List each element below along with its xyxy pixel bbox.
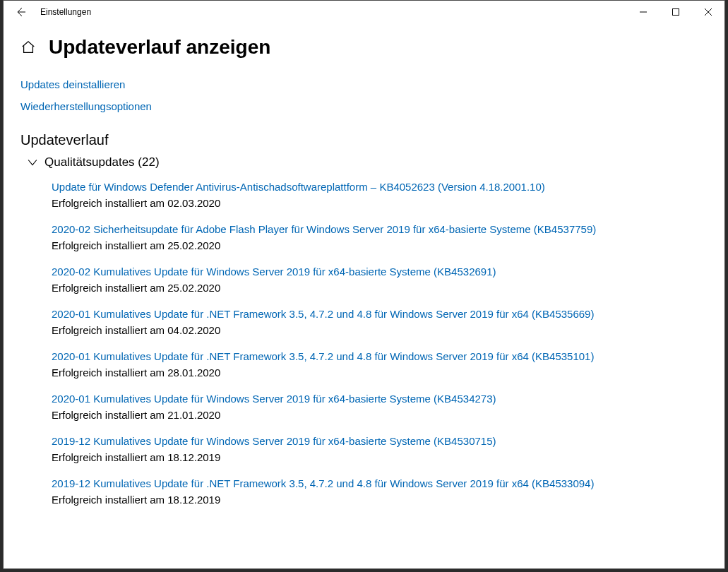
update-title-link[interactable]: 2020-02 Sicherheitsupdate für Adobe Flas… <box>52 223 708 235</box>
update-item: 2020-02 Sicherheitsupdate für Adobe Flas… <box>52 223 708 251</box>
svg-rect-0 <box>673 9 679 16</box>
update-title-link[interactable]: 2020-02 Kumulatives Update für Windows S… <box>52 266 708 278</box>
update-item: 2020-01 Kumulatives Update für Windows S… <box>52 393 708 421</box>
update-title-link[interactable]: 2020-01 Kumulatives Update für .NET Fram… <box>52 308 708 320</box>
update-title-link[interactable]: 2019-12 Kumulatives Update für Windows S… <box>52 435 708 447</box>
update-title-link[interactable]: Update für Windows Defender Antivirus-An… <box>52 181 708 193</box>
page-title: Updateverlauf anzeigen <box>49 36 270 59</box>
update-status: Erfolgreich installiert am 21.01.2020 <box>52 409 708 421</box>
history-heading: Updateverlauf <box>20 132 708 148</box>
update-status: Erfolgreich installiert am 28.01.2020 <box>52 367 708 379</box>
close-button[interactable] <box>692 1 724 23</box>
page-header: Updateverlauf anzeigen <box>20 36 708 59</box>
update-status: Erfolgreich installiert am 04.02.2020 <box>52 324 708 336</box>
update-item: 2020-02 Kumulatives Update für Windows S… <box>52 266 708 294</box>
update-list: Update für Windows Defender Antivirus-An… <box>20 181 708 506</box>
uninstall-updates-link[interactable]: Updates deinstallieren <box>20 78 708 90</box>
update-status: Erfolgreich installiert am 25.02.2020 <box>52 239 708 251</box>
maximize-button[interactable] <box>660 1 692 23</box>
content-area: Updateverlauf anzeigen Updates deinstall… <box>4 23 724 568</box>
home-button[interactable] <box>20 40 36 55</box>
window-title: Einstellungen <box>35 7 91 17</box>
arrow-left-icon <box>15 6 26 18</box>
update-title-link[interactable]: 2020-01 Kumulatives Update für .NET Fram… <box>52 350 708 362</box>
update-title-link[interactable]: 2019-12 Kumulatives Update für .NET Fram… <box>52 477 708 489</box>
update-status: Erfolgreich installiert am 25.02.2020 <box>52 282 708 294</box>
update-item: 2019-12 Kumulatives Update für Windows S… <box>52 435 708 463</box>
settings-window: Einstellungen Updateverlauf anzeigen Upd… <box>3 0 725 569</box>
chevron-down-icon <box>28 157 37 167</box>
minimize-icon <box>640 8 647 16</box>
update-item: 2020-01 Kumulatives Update für .NET Fram… <box>52 350 708 379</box>
update-status: Erfolgreich installiert am 18.12.2019 <box>52 494 708 506</box>
recovery-options-link[interactable]: Wiederherstellungsoptionen <box>20 100 708 112</box>
back-button[interactable] <box>6 1 35 23</box>
update-title-link[interactable]: 2020-01 Kumulatives Update für Windows S… <box>52 393 708 405</box>
home-icon <box>20 40 36 55</box>
update-item: Update für Windows Defender Antivirus-An… <box>52 181 708 209</box>
minimize-button[interactable] <box>627 1 660 23</box>
titlebar: Einstellungen <box>4 1 724 23</box>
update-item: 2020-01 Kumulatives Update für .NET Fram… <box>52 308 708 336</box>
update-status: Erfolgreich installiert am 18.12.2019 <box>52 451 708 463</box>
quality-updates-label: Qualitätsupdates (22) <box>44 155 160 169</box>
quality-updates-group[interactable]: Qualitätsupdates (22) <box>20 155 708 169</box>
update-item: 2019-12 Kumulatives Update für .NET Fram… <box>52 477 708 506</box>
maximize-icon <box>672 8 679 16</box>
update-status: Erfolgreich installiert am 02.03.2020 <box>52 197 708 209</box>
close-icon <box>705 8 712 16</box>
